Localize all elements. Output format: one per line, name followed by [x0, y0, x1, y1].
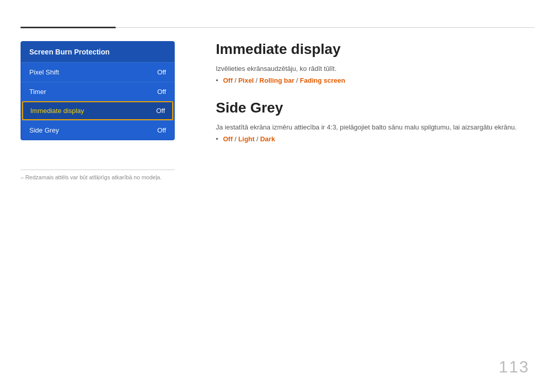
side-grey-section: Side Grey Ja iestatītā ekrāna izmēru att… [216, 100, 534, 143]
menu-item-side-grey-value: Off [157, 126, 166, 134]
bottom-note: – Redzamais attēls var būt atšķirīgs atk… [21, 170, 175, 180]
menu-item-immediate-display[interactable]: Immediate display Off [22, 101, 173, 120]
menu-item-pixel-shift[interactable]: Pixel Shift Off [21, 62, 174, 82]
side-grey-option-off: Off [223, 135, 233, 143]
side-grey-options-item: Off / Light / Dark [216, 135, 534, 143]
side-grey-option-light: Light [238, 135, 255, 143]
sep1: / [233, 77, 238, 84]
immediate-display-options-item: Off / Pixel / Rolling bar / Fading scree… [216, 77, 534, 84]
option-fading-screen: Fading screen [300, 77, 345, 84]
side-grey-option-dark: Dark [260, 135, 275, 143]
menu-item-pixel-shift-label: Pixel Shift [29, 68, 59, 76]
menu-item-immediate-display-label: Immediate display [30, 107, 84, 115]
menu-item-pixel-shift-value: Off [157, 68, 166, 76]
right-content-area: Immediate display Izvēlieties ekrānsaudz… [216, 41, 534, 158]
top-line-light [116, 27, 534, 28]
immediate-display-title: Immediate display [216, 41, 534, 58]
menu-item-side-grey[interactable]: Side Grey Off [21, 120, 174, 140]
page-number: 113 [499, 358, 529, 377]
sep2: / [254, 77, 260, 84]
menu-item-timer-value: Off [157, 88, 166, 96]
menu-item-timer[interactable]: Timer Off [21, 82, 174, 101]
sep3: / [294, 77, 300, 84]
immediate-display-section: Immediate display Izvēlieties ekrānsaudz… [216, 41, 534, 84]
left-menu-panel: Screen Burn Protection Pixel Shift Off T… [21, 41, 175, 140]
menu-item-timer-label: Timer [29, 88, 46, 96]
option-off: Off [223, 77, 233, 84]
top-decoration [0, 27, 555, 28]
immediate-display-options: Off / Pixel / Rolling bar / Fading scree… [216, 77, 534, 84]
top-line-dark [21, 27, 116, 28]
immediate-display-description: Izvēlieties ekrānsaudzētāju, ko rādīt tū… [216, 65, 534, 72]
menu-title: Screen Burn Protection [21, 42, 174, 62]
screen-burn-menu: Screen Burn Protection Pixel Shift Off T… [21, 41, 175, 140]
side-grey-sep1: / [233, 135, 238, 143]
menu-item-side-grey-label: Side Grey [29, 126, 59, 134]
side-grey-options: Off / Light / Dark [216, 135, 534, 143]
side-grey-description: Ja iestatītā ekrāna izmēru attiecība ir … [216, 123, 534, 131]
menu-item-immediate-display-value: Off [156, 107, 165, 115]
side-grey-sep2: / [254, 135, 260, 143]
option-rolling-bar: Rolling bar [260, 77, 294, 84]
side-grey-title: Side Grey [216, 100, 534, 116]
option-pixel: Pixel [238, 77, 254, 84]
